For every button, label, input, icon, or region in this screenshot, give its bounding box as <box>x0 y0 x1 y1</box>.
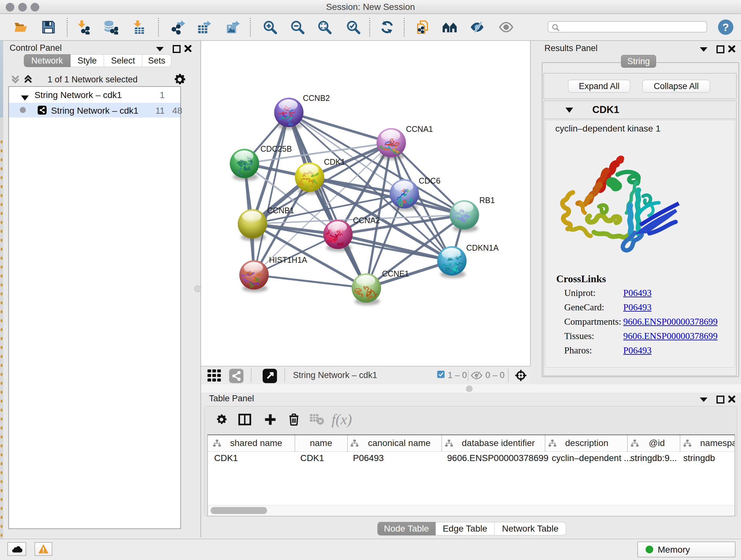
svg-text:CCNB2: CCNB2 <box>303 94 330 103</box>
svg-text:HIST1H1A: HIST1H1A <box>269 255 307 264</box>
svg-text:CCNA1: CCNA1 <box>406 125 433 133</box>
svg-text:CDC25B: CDC25B <box>260 144 292 153</box>
svg-text:CDK1: CDK1 <box>324 158 345 166</box>
svg-text:CCNE1: CCNE1 <box>382 269 409 278</box>
svg-text:RB1: RB1 <box>479 196 495 205</box>
svg-text:CDKN1A: CDKN1A <box>466 243 499 252</box>
svg-text:CDC6: CDC6 <box>419 176 441 185</box>
svg-text:CCNB1: CCNB1 <box>267 206 294 215</box>
svg-text:CCNA2: CCNA2 <box>353 216 380 225</box>
